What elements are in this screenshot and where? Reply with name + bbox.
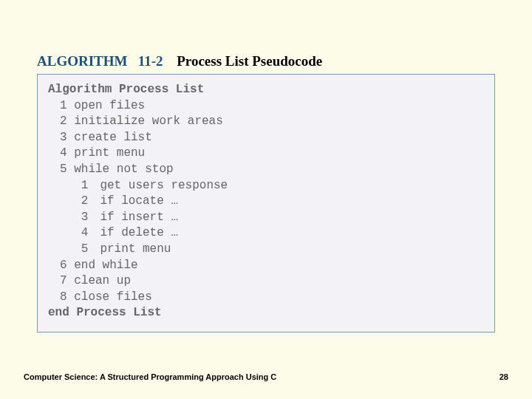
subline-number: 4 xyxy=(48,225,88,242)
header-space xyxy=(131,53,134,69)
algorithm-label: ALGORITHM xyxy=(37,53,127,69)
subline-number: 5 xyxy=(48,242,88,258)
code-subline: 5print menu xyxy=(48,242,484,258)
code-line: 2initialize work areas xyxy=(48,114,484,130)
subline-number: 1 xyxy=(48,178,88,194)
line-text: clean up xyxy=(74,274,131,287)
line-text: close files xyxy=(74,290,152,304)
line-number: 5 xyxy=(48,162,67,178)
algorithm-end-line: end Process List xyxy=(48,305,484,321)
line-number: 1 xyxy=(48,98,67,115)
code-subline: 2if locate … xyxy=(48,194,484,210)
code-line: 8close files xyxy=(48,290,484,306)
line-number: 7 xyxy=(48,273,67,290)
line-number: 2 xyxy=(48,114,67,130)
algorithm-header: ALGORITHM 11-2 Process List Pseudocode xyxy=(37,53,322,69)
code-line: 6end while xyxy=(48,258,484,274)
line-text: open files xyxy=(74,99,145,112)
subline-number: 2 xyxy=(48,194,88,210)
algorithm-title: Process List Pseudocode xyxy=(177,53,322,69)
line-text: end while xyxy=(74,259,137,272)
footer-page-number: 28 xyxy=(499,372,508,381)
line-text: print menu xyxy=(74,146,145,160)
subline-text: print menu xyxy=(100,242,171,256)
code-line: 7clean up xyxy=(48,273,484,290)
algorithm-name-line: Algorithm Process List xyxy=(48,82,484,98)
code-line: 4print menu xyxy=(48,146,484,162)
code-subline: 1get users response xyxy=(48,178,484,194)
line-number: 8 xyxy=(48,290,67,306)
line-number: 6 xyxy=(48,258,67,274)
subline-text: get users response xyxy=(100,179,228,192)
code-line: 5while not stop xyxy=(48,162,484,178)
footer-book-title: Computer Science: A Structured Programmi… xyxy=(24,372,276,381)
pseudocode-box: Algorithm Process List 1open files 2init… xyxy=(37,74,495,332)
subline-text: if locate … xyxy=(100,194,178,208)
code-line: 3create list xyxy=(48,130,484,146)
slide: ALGORITHM 11-2 Process List Pseudocode A… xyxy=(0,0,532,399)
algorithm-number: 11-2 xyxy=(138,53,163,69)
line-number: 4 xyxy=(48,146,67,162)
code-subline: 3if insert … xyxy=(48,210,484,226)
subline-text: if delete … xyxy=(100,226,178,239)
line-text: initialize work areas xyxy=(74,115,223,128)
line-text: create list xyxy=(74,131,152,144)
code-subline: 4if delete … xyxy=(48,225,484,242)
subline-number: 3 xyxy=(48,210,88,226)
line-number: 3 xyxy=(48,130,67,146)
subline-text: if insert … xyxy=(100,211,178,224)
code-line: 1open files xyxy=(48,98,484,115)
line-text: while not stop xyxy=(74,163,173,176)
